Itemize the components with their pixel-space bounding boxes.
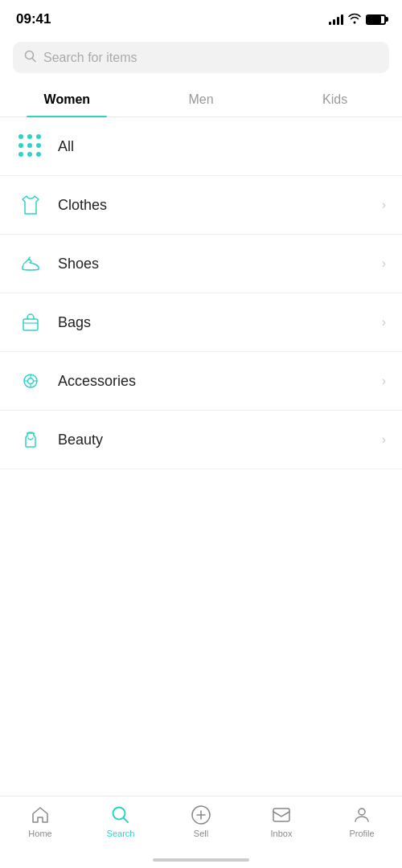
status-icons [329,13,386,27]
beauty-icon [16,425,45,454]
category-item-bags[interactable]: Bags › [0,293,402,352]
category-item-beauty[interactable]: Beauty › [0,411,402,469]
bottom-nav: Home Search Sell Inbox [0,796,402,868]
status-bar: 09:41 [0,0,402,35]
accessories-icon [16,366,45,395]
nav-label-inbox: Inbox [271,829,293,838]
nav-item-profile[interactable]: Profile [322,805,402,838]
bags-icon [16,308,45,337]
nav-item-search[interactable]: Search [80,805,161,838]
nav-item-inbox[interactable]: Inbox [241,805,322,838]
shoes-icon [16,249,45,278]
chevron-beauty: › [382,432,386,447]
svg-rect-1 [23,319,38,330]
category-label-all: All [58,138,74,155]
battery-icon [366,14,386,25]
category-label-beauty: Beauty [58,432,382,448]
category-label-shoes: Shoes [58,256,382,272]
search-bar-icon [24,50,37,65]
category-item-accessories[interactable]: Accessories › [0,352,402,411]
clothes-icon [16,190,45,219]
category-label-clothes: Clothes [58,197,382,214]
nav-label-sell: Sell [194,829,208,838]
category-label-bags: Bags [58,314,382,331]
search-nav-icon [110,805,131,825]
status-time: 09:41 [16,11,51,27]
category-item-all[interactable]: All [0,117,402,176]
nav-label-home: Home [28,829,51,838]
nav-label-profile: Profile [349,829,374,838]
inbox-icon [271,805,292,825]
search-placeholder: Search for items [43,51,137,65]
category-item-clothes[interactable]: Clothes › [0,176,402,235]
category-tabs: Women Men Kids [0,81,402,117]
signal-icon [329,14,343,25]
profile-icon [351,805,372,825]
sell-icon [191,805,211,825]
svg-rect-6 [273,809,289,821]
chevron-bags: › [382,315,386,330]
chevron-shoes: › [382,256,386,271]
category-item-shoes[interactable]: Shoes › [0,235,402,293]
tab-men[interactable]: Men [134,81,269,117]
all-icon [16,132,45,161]
svg-point-4 [113,808,125,820]
tab-kids[interactable]: Kids [268,81,402,117]
nav-item-sell[interactable]: Sell [161,805,241,838]
home-indicator [153,858,249,862]
wifi-icon [348,13,361,27]
chevron-accessories: › [382,374,386,388]
home-icon [30,805,51,825]
category-label-accessories: Accessories [58,373,382,390]
category-list: All Clothes › Shoes › Ba [0,117,402,469]
nav-label-search: Search [107,829,135,838]
svg-point-3 [28,379,34,384]
chevron-clothes: › [382,198,386,212]
svg-point-7 [359,809,365,815]
nav-item-home[interactable]: Home [0,805,80,838]
tab-women[interactable]: Women [0,81,134,117]
search-bar[interactable]: Search for items [13,42,389,73]
